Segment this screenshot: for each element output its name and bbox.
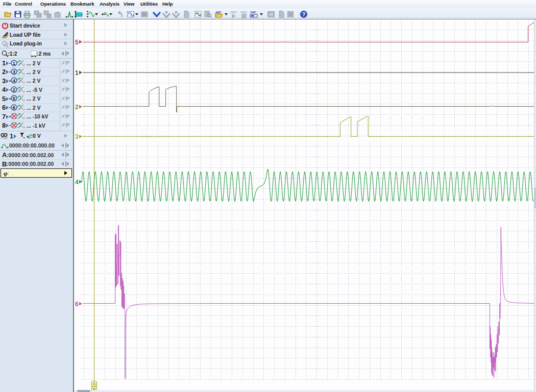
- svg-text:5: 5: [12, 95, 15, 101]
- svg-text:C: C: [220, 11, 222, 14]
- svg-text:?: ?: [302, 12, 305, 17]
- svg-text:ABC: ABC: [230, 11, 237, 14]
- svg-text:1: 1: [12, 60, 15, 66]
- svg-text:2: 2: [12, 87, 15, 92]
- svg-text:3: 3: [12, 69, 15, 75]
- svg-text:4: 4: [75, 179, 79, 186]
- svg-text:3: 3: [75, 133, 79, 140]
- svg-text:ABC: ABC: [240, 11, 248, 14]
- svg-text:C: C: [254, 11, 257, 14]
- svg-text:6: 6: [12, 105, 15, 110]
- svg-text:6: 6: [75, 301, 79, 308]
- svg-text:5: 5: [75, 39, 79, 46]
- svg-text:2: 2: [75, 104, 79, 111]
- svg-text:A: A: [92, 381, 95, 386]
- svg-text:4: 4: [12, 78, 15, 83]
- svg-text:1: 1: [75, 69, 79, 77]
